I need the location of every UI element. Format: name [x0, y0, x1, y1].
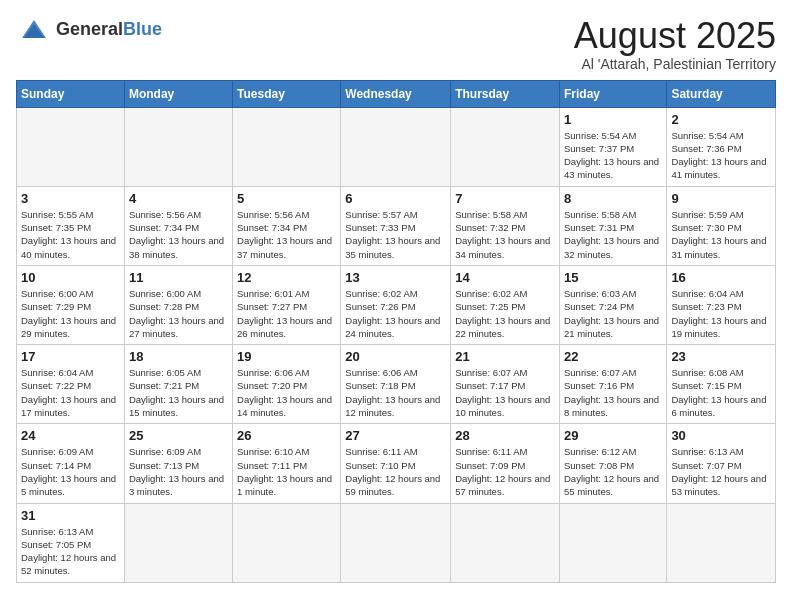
day-number: 20	[345, 349, 446, 364]
calendar-cell: 2Sunrise: 5:54 AM Sunset: 7:36 PM Daylig…	[667, 107, 776, 186]
logo-text: GeneralBlue	[56, 20, 162, 40]
day-number: 15	[564, 270, 662, 285]
day-number: 14	[455, 270, 555, 285]
day-info: Sunrise: 6:13 AM Sunset: 7:05 PM Dayligh…	[21, 525, 120, 578]
calendar-cell	[667, 503, 776, 582]
day-number: 6	[345, 191, 446, 206]
calendar-cell: 30Sunrise: 6:13 AM Sunset: 7:07 PM Dayli…	[667, 424, 776, 503]
day-number: 10	[21, 270, 120, 285]
day-info: Sunrise: 5:56 AM Sunset: 7:34 PM Dayligh…	[237, 208, 336, 261]
day-number: 7	[455, 191, 555, 206]
day-number: 18	[129, 349, 228, 364]
calendar-cell: 26Sunrise: 6:10 AM Sunset: 7:11 PM Dayli…	[233, 424, 341, 503]
day-number: 26	[237, 428, 336, 443]
calendar-cell: 9Sunrise: 5:59 AM Sunset: 7:30 PM Daylig…	[667, 186, 776, 265]
day-info: Sunrise: 6:06 AM Sunset: 7:20 PM Dayligh…	[237, 366, 336, 419]
calendar-week-row: 17Sunrise: 6:04 AM Sunset: 7:22 PM Dayli…	[17, 345, 776, 424]
day-number: 28	[455, 428, 555, 443]
day-info: Sunrise: 5:56 AM Sunset: 7:34 PM Dayligh…	[129, 208, 228, 261]
day-info: Sunrise: 5:57 AM Sunset: 7:33 PM Dayligh…	[345, 208, 446, 261]
calendar-cell: 29Sunrise: 6:12 AM Sunset: 7:08 PM Dayli…	[559, 424, 666, 503]
calendar-cell	[451, 503, 560, 582]
calendar-cell	[451, 107, 560, 186]
day-number: 23	[671, 349, 771, 364]
day-number: 30	[671, 428, 771, 443]
calendar-week-row: 1Sunrise: 5:54 AM Sunset: 7:37 PM Daylig…	[17, 107, 776, 186]
day-info: Sunrise: 6:04 AM Sunset: 7:22 PM Dayligh…	[21, 366, 120, 419]
calendar-cell: 27Sunrise: 6:11 AM Sunset: 7:10 PM Dayli…	[341, 424, 451, 503]
day-number: 12	[237, 270, 336, 285]
weekday-header: Tuesday	[233, 80, 341, 107]
calendar-table: SundayMondayTuesdayWednesdayThursdayFrid…	[16, 80, 776, 583]
weekday-header: Wednesday	[341, 80, 451, 107]
day-number: 31	[21, 508, 120, 523]
day-number: 25	[129, 428, 228, 443]
calendar-cell	[559, 503, 666, 582]
day-info: Sunrise: 5:54 AM Sunset: 7:36 PM Dayligh…	[671, 129, 771, 182]
calendar-cell: 22Sunrise: 6:07 AM Sunset: 7:16 PM Dayli…	[559, 345, 666, 424]
weekday-header: Thursday	[451, 80, 560, 107]
calendar-cell: 4Sunrise: 5:56 AM Sunset: 7:34 PM Daylig…	[124, 186, 232, 265]
calendar-cell: 10Sunrise: 6:00 AM Sunset: 7:29 PM Dayli…	[17, 265, 125, 344]
day-number: 21	[455, 349, 555, 364]
weekday-header: Saturday	[667, 80, 776, 107]
day-number: 1	[564, 112, 662, 127]
day-info: Sunrise: 5:55 AM Sunset: 7:35 PM Dayligh…	[21, 208, 120, 261]
calendar-week-row: 3Sunrise: 5:55 AM Sunset: 7:35 PM Daylig…	[17, 186, 776, 265]
calendar-cell	[233, 107, 341, 186]
day-info: Sunrise: 5:54 AM Sunset: 7:37 PM Dayligh…	[564, 129, 662, 182]
calendar-cell: 7Sunrise: 5:58 AM Sunset: 7:32 PM Daylig…	[451, 186, 560, 265]
day-number: 5	[237, 191, 336, 206]
calendar-cell	[124, 503, 232, 582]
day-info: Sunrise: 6:07 AM Sunset: 7:16 PM Dayligh…	[564, 366, 662, 419]
day-info: Sunrise: 6:02 AM Sunset: 7:25 PM Dayligh…	[455, 287, 555, 340]
day-number: 22	[564, 349, 662, 364]
day-info: Sunrise: 6:13 AM Sunset: 7:07 PM Dayligh…	[671, 445, 771, 498]
day-info: Sunrise: 6:08 AM Sunset: 7:15 PM Dayligh…	[671, 366, 771, 419]
day-info: Sunrise: 5:59 AM Sunset: 7:30 PM Dayligh…	[671, 208, 771, 261]
day-info: Sunrise: 6:12 AM Sunset: 7:08 PM Dayligh…	[564, 445, 662, 498]
logo: GeneralBlue	[16, 16, 162, 44]
day-info: Sunrise: 6:04 AM Sunset: 7:23 PM Dayligh…	[671, 287, 771, 340]
calendar-cell	[341, 107, 451, 186]
calendar-cell: 3Sunrise: 5:55 AM Sunset: 7:35 PM Daylig…	[17, 186, 125, 265]
day-info: Sunrise: 6:11 AM Sunset: 7:09 PM Dayligh…	[455, 445, 555, 498]
calendar-cell: 20Sunrise: 6:06 AM Sunset: 7:18 PM Dayli…	[341, 345, 451, 424]
day-number: 13	[345, 270, 446, 285]
calendar-cell: 15Sunrise: 6:03 AM Sunset: 7:24 PM Dayli…	[559, 265, 666, 344]
calendar-cell: 8Sunrise: 5:58 AM Sunset: 7:31 PM Daylig…	[559, 186, 666, 265]
calendar-cell: 18Sunrise: 6:05 AM Sunset: 7:21 PM Dayli…	[124, 345, 232, 424]
page-header: GeneralBlue August 2025 Al 'Attarah, Pal…	[16, 16, 776, 72]
calendar-cell: 6Sunrise: 5:57 AM Sunset: 7:33 PM Daylig…	[341, 186, 451, 265]
day-info: Sunrise: 6:00 AM Sunset: 7:29 PM Dayligh…	[21, 287, 120, 340]
day-number: 29	[564, 428, 662, 443]
calendar-title: August 2025	[574, 16, 776, 56]
calendar-cell	[17, 107, 125, 186]
day-number: 8	[564, 191, 662, 206]
calendar-cell	[233, 503, 341, 582]
calendar-cell: 19Sunrise: 6:06 AM Sunset: 7:20 PM Dayli…	[233, 345, 341, 424]
day-info: Sunrise: 6:06 AM Sunset: 7:18 PM Dayligh…	[345, 366, 446, 419]
weekday-header: Sunday	[17, 80, 125, 107]
day-number: 24	[21, 428, 120, 443]
calendar-cell: 12Sunrise: 6:01 AM Sunset: 7:27 PM Dayli…	[233, 265, 341, 344]
calendar-cell: 14Sunrise: 6:02 AM Sunset: 7:25 PM Dayli…	[451, 265, 560, 344]
day-number: 4	[129, 191, 228, 206]
day-info: Sunrise: 6:03 AM Sunset: 7:24 PM Dayligh…	[564, 287, 662, 340]
calendar-cell: 25Sunrise: 6:09 AM Sunset: 7:13 PM Dayli…	[124, 424, 232, 503]
calendar-cell: 17Sunrise: 6:04 AM Sunset: 7:22 PM Dayli…	[17, 345, 125, 424]
calendar-cell: 28Sunrise: 6:11 AM Sunset: 7:09 PM Dayli…	[451, 424, 560, 503]
logo-icon	[16, 16, 52, 44]
day-info: Sunrise: 6:09 AM Sunset: 7:14 PM Dayligh…	[21, 445, 120, 498]
day-number: 3	[21, 191, 120, 206]
calendar-cell: 5Sunrise: 5:56 AM Sunset: 7:34 PM Daylig…	[233, 186, 341, 265]
day-info: Sunrise: 5:58 AM Sunset: 7:31 PM Dayligh…	[564, 208, 662, 261]
day-info: Sunrise: 5:58 AM Sunset: 7:32 PM Dayligh…	[455, 208, 555, 261]
calendar-cell	[341, 503, 451, 582]
day-info: Sunrise: 6:00 AM Sunset: 7:28 PM Dayligh…	[129, 287, 228, 340]
weekday-header: Monday	[124, 80, 232, 107]
calendar-cell: 31Sunrise: 6:13 AM Sunset: 7:05 PM Dayli…	[17, 503, 125, 582]
weekday-header: Friday	[559, 80, 666, 107]
day-number: 11	[129, 270, 228, 285]
calendar-cell: 1Sunrise: 5:54 AM Sunset: 7:37 PM Daylig…	[559, 107, 666, 186]
